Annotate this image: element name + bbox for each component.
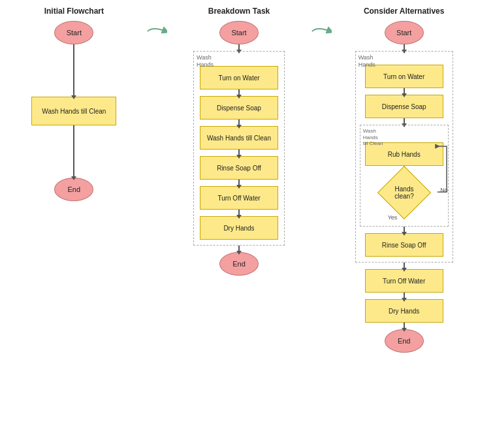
col3-title: Consider Alternatives — [364, 7, 445, 16]
diamond-3: Hands clean? — [377, 166, 431, 219]
col1-title: Initial Flowchart — [44, 7, 104, 16]
arrow-col-1 — [145, 7, 168, 38]
flow-col3: Start WashHands Turn on Water Dispense S… — [355, 21, 453, 353]
rect-rinse-2: Rinse Soap Off — [200, 156, 278, 180]
oval-start-3: Start — [385, 21, 424, 44]
group-label-wash-3: WashHands — [358, 54, 375, 69]
flow-start-1: Start Wash Hands till Clean End — [31, 21, 116, 201]
oval-end-1: End — [54, 178, 93, 201]
right-arrow-1 — [146, 25, 167, 38]
rect-wash-1: Wash Hands till Clean — [31, 97, 116, 125]
yes-label: Yes — [388, 214, 398, 221]
connector-2 — [73, 125, 74, 178]
oval-end-2: End — [219, 252, 259, 276]
col2-title: Breakdown Task — [208, 7, 270, 16]
column-breakdown: Breakdown Task Start WashHands Turn on W… — [168, 7, 310, 276]
oval-start-2: Start — [219, 21, 259, 44]
rect-dispense-3: Dispense Soap — [365, 95, 443, 118]
rect-turnoff-3: Turn Off Water — [365, 269, 443, 293]
group-label-2: WashHands — [197, 54, 214, 69]
oval-start-1: Start — [54, 21, 93, 44]
rect-dry-2: Dry Hands — [200, 216, 278, 240]
rect-turn-on-2: Turn on Water — [200, 66, 278, 89]
rect-dispense-2: Dispense Soap — [200, 96, 278, 120]
column-alternatives: Consider Alternatives Start WashHands Tu… — [333, 7, 475, 353]
group-label-inner-3: WashHandstill Clean — [363, 128, 383, 147]
oval-end-3: End — [385, 329, 424, 353]
flow-col2: Start WashHands Turn on Water Dispense S… — [193, 21, 285, 276]
group-wash-inner-3: WashHandstill Clean Rub Hands Hands clea… — [360, 125, 449, 227]
conn-2-0 — [238, 44, 240, 51]
group-wash-outer-3: WashHands Turn on Water Dispense Soap Wa… — [355, 51, 453, 263]
rect-turnoff-2: Turn Off Water — [200, 186, 278, 210]
right-arrow-2 — [311, 25, 332, 38]
column-initial: Initial Flowchart Start Wash Hands till … — [3, 7, 145, 201]
loop-arrow-svg — [435, 140, 449, 205]
diamond-label-3: Hands clean? — [386, 185, 422, 200]
rect-turnon-3: Turn on Water — [365, 65, 443, 88]
arrow-col-2 — [310, 7, 333, 38]
main-container: Initial Flowchart Start Wash Hands till … — [0, 0, 478, 448]
rect-rinse-3: Rinse Soap Off — [365, 233, 443, 257]
conn-2-end — [238, 246, 240, 252]
diamond-container-3: Hands clean? No — [381, 172, 427, 213]
rect-dry-3: Dry Hands — [365, 299, 443, 323]
group-wash-2: WashHands Turn on Water Dispense Soap Wa… — [193, 51, 285, 246]
rect-wash-2: Wash Hands till Clean — [200, 126, 278, 150]
connector-1 — [73, 44, 74, 97]
